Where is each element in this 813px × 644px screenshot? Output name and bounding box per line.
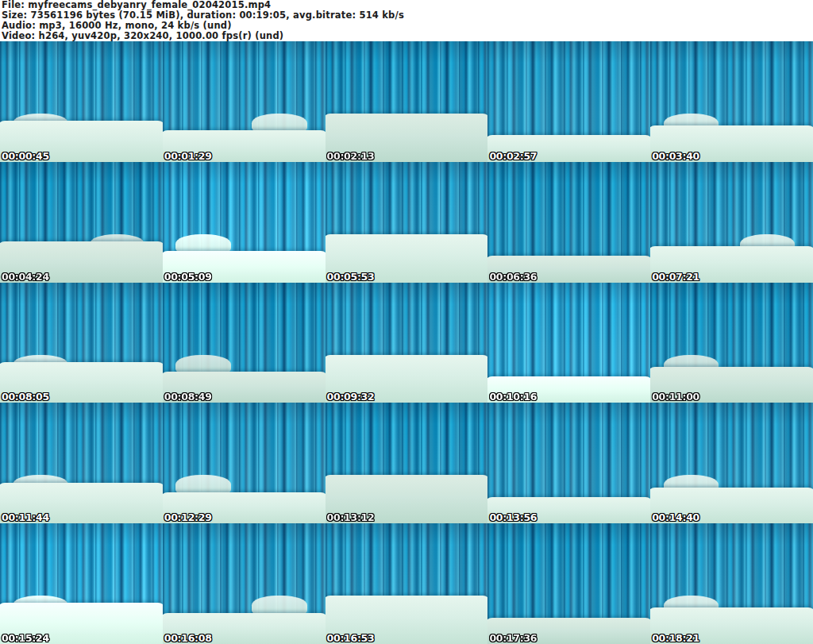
timestamp-label: 00:16:08 [164,632,212,644]
timestamp-label: 00:04:24 [2,271,49,283]
timestamp-label: 00:00:45 [2,150,49,162]
timestamp-label: 00:08:49 [164,391,212,403]
timestamp-label: 00:13:12 [327,511,375,523]
video-thumbnail: 00:00:45 [0,41,163,162]
timestamp-label: 00:12:29 [164,511,212,523]
video-thumbnail: 00:01:29 [163,41,326,162]
video-thumbnail: 00:16:08 [163,523,326,644]
video-thumbnail: 00:13:56 [487,403,650,523]
timestamp-label: 00:11:44 [2,511,49,523]
video-thumbnail: 00:17:36 [487,523,650,644]
video-thumbnail: 00:05:53 [326,162,488,283]
video-thumbnail: 00:05:09 [163,162,326,283]
timestamp-label: 00:11:00 [652,391,699,403]
timestamp-label: 00:09:32 [327,391,375,403]
video-thumbnail: 00:12:29 [163,403,326,523]
timestamp-label: 00:08:05 [2,391,49,403]
header-metadata-line: Video: h264, yuv420p, 320x240, 1000.00 f… [2,31,813,41]
timestamp-label: 00:10:16 [489,391,537,403]
video-thumbnail: 00:10:16 [487,283,650,403]
video-thumbnail: 00:13:12 [326,403,488,523]
timestamp-label: 00:05:09 [164,271,212,283]
video-thumbnail: 00:08:05 [0,283,163,403]
file-info-header: File: myfreecams_debyanry_female_0204201… [0,0,813,41]
timestamp-label: 00:02:13 [327,150,375,162]
timestamp-label: 00:02:57 [489,150,537,162]
thumbnail-grid: 00:00:45 00:01:29 00:02:13 00:02:57 00:0… [0,41,813,644]
video-thumbnail: 00:02:13 [326,41,488,162]
video-thumbnail: 00:02:57 [487,41,650,162]
video-thumbnail: 00:09:32 [326,283,488,403]
video-thumbnail: 00:03:40 [650,41,813,162]
timestamp-label: 00:18:21 [652,632,699,644]
video-thumbnail: 00:11:00 [650,283,813,403]
timestamp-label: 00:15:24 [2,632,49,644]
timestamp-label: 00:06:36 [489,271,537,283]
video-thumbnail: 00:18:21 [650,523,813,644]
video-thumbnail: 00:07:21 [650,162,813,283]
video-thumbnail: 00:08:49 [163,283,326,403]
timestamp-label: 00:05:53 [327,271,375,283]
timestamp-label: 00:07:21 [652,271,699,283]
timestamp-label: 00:14:40 [652,511,699,523]
video-thumbnail: 00:16:53 [326,523,488,644]
video-thumbnail: 00:15:24 [0,523,163,644]
video-thumbnail: 00:14:40 [650,403,813,523]
video-thumbnail: 00:06:36 [487,162,650,283]
timestamp-label: 00:01:29 [164,150,212,162]
timestamp-label: 00:16:53 [327,632,375,644]
timestamp-label: 00:17:36 [489,632,537,644]
timestamp-label: 00:03:40 [652,150,699,162]
video-thumbnail: 00:04:24 [0,162,163,283]
timestamp-label: 00:13:56 [489,511,537,523]
video-thumbnail: 00:11:44 [0,403,163,523]
